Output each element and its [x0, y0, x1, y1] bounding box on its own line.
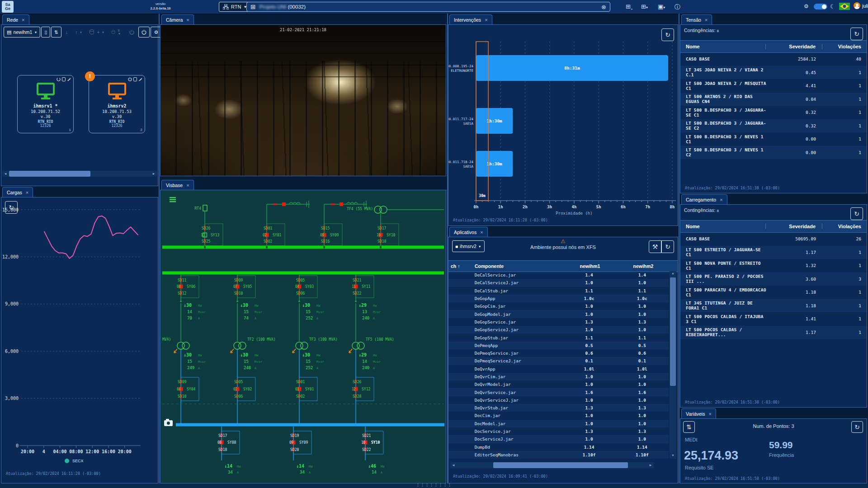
- scroll-right-icon[interactable]: ▸: [151, 171, 157, 177]
- component-row[interactable]: DeGopApp1.0c1.0c: [448, 295, 669, 302]
- close-icon[interactable]: ×: [480, 230, 483, 235]
- scroll-left-icon[interactable]: ◂: [2, 171, 9, 177]
- component-row[interactable]: DeGopStub.jar1.11.1: [448, 333, 669, 341]
- host-selector[interactable]: ■ihmsrv2▼: [452, 240, 485, 252]
- component-row[interactable]: DeQvrModel.jar1.01.0: [448, 380, 669, 388]
- table-row[interactable]: LT 500 B.DESPACHO 3 / NEVES 1 C20.001: [680, 146, 867, 160]
- tab-carregamento[interactable]: Carregamento×: [681, 194, 727, 204]
- server-card-ihmsrv2[interactable]: ! ihmsrv2 10.208.71.53 v.30 RTN_RIO 1232…: [89, 75, 145, 133]
- component-row[interactable]: DePmeqServiceJ.jar0.10.1: [448, 357, 669, 365]
- clear-search-icon[interactable]: ⊗: [601, 4, 606, 10]
- component-row[interactable]: DeQvrCim.jar1.01.0: [448, 373, 669, 380]
- database-backup-button[interactable]: B ▼: [108, 27, 125, 38]
- tab-tensao[interactable]: Tensão×: [681, 14, 712, 24]
- splitter-right[interactable]: [679, 14, 679, 483]
- component-row[interactable]: DeQvrService.jar1.61.6: [448, 388, 669, 396]
- tab-camera[interactable]: Câmera×: [161, 14, 194, 24]
- scroll-left-icon[interactable]: ◂: [450, 462, 457, 468]
- tab-aplicativos[interactable]: Aplicativos×: [449, 227, 488, 237]
- brazil-flag-icon[interactable]: [839, 3, 850, 10]
- tab-rede[interactable]: Rede×: [2, 14, 29, 24]
- sage-logo[interactable]: SaGe: [2, 1, 14, 13]
- close-icon[interactable]: ×: [22, 17, 24, 23]
- component-row[interactable]: DePmeqApp0.50.5: [448, 342, 669, 349]
- table-row[interactable]: LT 500 JOAO NEIVA 2 / MESQUITA C14.411: [680, 79, 867, 93]
- table-row[interactable]: LT 500 POCOS CALDAS / ITAJUBA 3 C11.411: [680, 312, 867, 326]
- horizontal-scrollbar[interactable]: ◂ ▸: [450, 462, 654, 468]
- table-row[interactable]: LT 500 B.DESPACHO 3 / NEVES 1 C10.001: [680, 132, 867, 146]
- device-button[interactable]: ▯: [41, 27, 50, 38]
- close-icon[interactable]: ×: [186, 183, 189, 188]
- close-icon[interactable]: ×: [26, 190, 28, 195]
- table-row[interactable]: LT 500 B.DESPACHO 3 / JAGUARA-SE C20.321: [680, 119, 867, 133]
- refresh-button[interactable]: ↻: [850, 207, 863, 220]
- table-row[interactable]: LT 500 NOVA PONTE / ESTREITO C11.321: [680, 259, 867, 272]
- scroll-right-icon[interactable]: ▸: [647, 462, 654, 468]
- gear-icon[interactable]: ⚙: [804, 3, 809, 9]
- resize-handle[interactable]: ⋮⋮⋮⋮⋮⋮⋮⋮: [416, 483, 452, 487]
- download-button[interactable]: ↓: [62, 27, 71, 38]
- tab-cargas[interactable]: Cargas×: [2, 187, 33, 197]
- table-row[interactable]: LT 345 JOAO NEIVA 2 / VIANA 2 C.10.451: [680, 66, 867, 80]
- component-row[interactable]: DocModel.jar1.01.0: [448, 420, 669, 427]
- table-row[interactable]: LT 500 B.DESPACHO 3 / JAGUARA-SE C10.321: [680, 106, 867, 119]
- table-row[interactable]: CASO BASE2584.1240: [680, 52, 867, 66]
- component-row[interactable]: DeQvrApp1.0l1.0l: [448, 365, 669, 373]
- component-row[interactable]: DocServiceJ.jar1.01.0: [448, 435, 669, 443]
- table-row[interactable]: LT 500 POCOS CALDAS / RIBEIRAOPRET...1.1…: [680, 326, 867, 339]
- server-card-ihmsrv1[interactable]: ihmsrv1 * 10.208.71.52 v.30 RTN_RIO 1232…: [17, 75, 74, 133]
- database-add-button[interactable]: +▼: [86, 27, 108, 38]
- layouts-menu-icon[interactable]: ⊞▾: [641, 3, 648, 10]
- sort-asc-icon[interactable]: ↑: [458, 263, 460, 269]
- upload-button[interactable]: ↑▼: [72, 27, 85, 38]
- sort-button[interactable]: ⇅: [51, 27, 61, 38]
- scroll-down-icon[interactable]: ▾: [670, 453, 676, 459]
- refresh-button[interactable]: ↻: [5, 201, 18, 214]
- ihm-selector[interactable]: ▤newihm1▼: [4, 27, 40, 38]
- component-row[interactable]: DeCalService.jar1.41.4: [448, 271, 669, 279]
- tab-intervencoes[interactable]: Intervenções×: [449, 14, 492, 24]
- theme-toggle[interactable]: [814, 4, 827, 9]
- table-row[interactable]: LT 345 ITUTINGA / JUIZ DE FORA1 C11.181: [680, 299, 867, 313]
- table-row[interactable]: LT 500 ARINOS 2 / RIO DAS EGUAS CN40.041: [680, 93, 867, 106]
- screen-menu-icon[interactable]: ▣▾: [658, 3, 665, 10]
- close-icon[interactable]: ×: [708, 411, 711, 417]
- close-icon[interactable]: ×: [705, 17, 708, 23]
- component-row[interactable]: DeQvrServiceJ.jar1.01.0: [448, 396, 669, 404]
- table-row[interactable]: LT 500 ESTREITO / JAGUARA-SE C11.171: [680, 246, 867, 259]
- component-row[interactable]: DeGopModel.jar1.01.0: [448, 310, 669, 318]
- splitter-left[interactable]: [159, 14, 160, 483]
- component-row[interactable]: DePmeqService.jar0.60.6: [448, 349, 669, 357]
- refresh-button[interactable]: ↻: [850, 28, 863, 40]
- component-row[interactable]: DeQvrStub.jar1.31.3: [448, 404, 669, 412]
- vertical-scrollbar[interactable]: ▴ ▾: [670, 271, 676, 459]
- tab-visbase[interactable]: Visbase×: [161, 180, 194, 190]
- add-layout-icon[interactable]: ⊞+: [626, 3, 633, 11]
- component-row[interactable]: DocService.jar1.31.3: [448, 427, 669, 435]
- restart-button[interactable]: [138, 27, 150, 38]
- refresh-button[interactable]: ↻: [661, 240, 674, 253]
- component-row[interactable]: DeCalServiceJ.jar1.01.0: [448, 279, 669, 286]
- component-row[interactable]: DeCalStub.jar1.11.1: [448, 287, 669, 295]
- visbase-diagram[interactable]: RT4TF4 (55 MVA)SD2613SY13SD25SD0102SY01S…: [160, 190, 446, 483]
- power-button[interactable]: [126, 27, 137, 38]
- refresh-button[interactable]: ↻: [661, 28, 674, 41]
- close-icon[interactable]: ×: [186, 17, 189, 23]
- tab-variaveis[interactable]: Variáveis×: [681, 408, 716, 418]
- chart-legend[interactable]: SECX: [65, 459, 84, 463]
- component-row[interactable]: DeGopServiceJ.jar1.01.0: [448, 326, 669, 333]
- tools-button[interactable]: ⚒: [649, 240, 661, 253]
- rede-horizontal-scrollbar[interactable]: ◂ ▸: [2, 171, 157, 177]
- component-row[interactable]: EditorSeqManobras1.10f1.10f: [448, 451, 669, 459]
- component-row[interactable]: DeGopService.jar1.31.3: [448, 318, 669, 326]
- table-row[interactable]: LT 500 PE. PARAISO 2 / POCOES III ...3.6…: [680, 272, 867, 286]
- table-row[interactable]: LT 500 PARACATU 4 / EMBORCACAO C11.181: [680, 286, 867, 299]
- scroll-up-icon[interactable]: ▴: [670, 271, 676, 277]
- info-icon[interactable]: ⓘ: [675, 3, 680, 11]
- table-row[interactable]: CASO BASE50695.0926: [680, 232, 867, 246]
- component-row[interactable]: DeGopCim.jar1.01.0: [448, 302, 669, 310]
- component-row[interactable]: DumpBd1.141.14: [448, 443, 669, 451]
- close-icon[interactable]: ×: [720, 197, 722, 202]
- component-row[interactable]: DocCim.jar1.01.0: [448, 412, 669, 419]
- search-input[interactable]: ⊞ Projeto UNI (00032) ⊗: [246, 2, 610, 12]
